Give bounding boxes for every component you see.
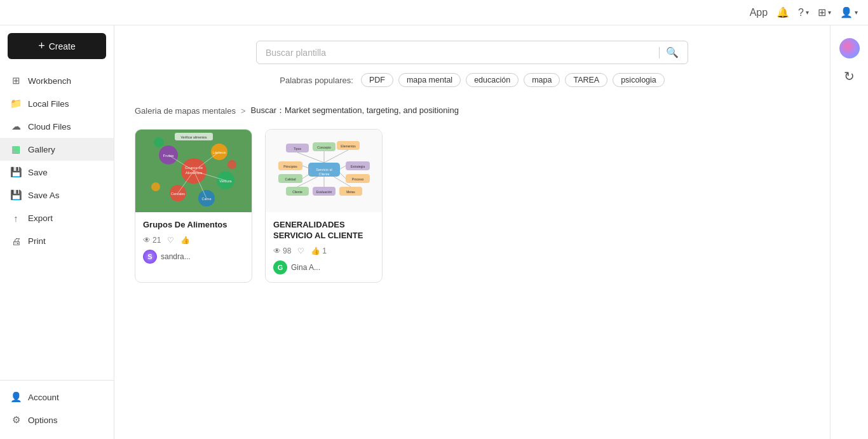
svg-text:Principios: Principios	[283, 165, 297, 168]
topbar-icons: App 🔔 ? ▾ ⊞ ▾ 👤 ▾	[750, 6, 858, 18]
thumbs-count-2: 1	[322, 247, 327, 255]
popular-tags: Palabras populares: PDF mapa mental educ…	[280, 73, 665, 87]
tag-pdf[interactable]: PDF	[361, 73, 393, 87]
search-divider	[659, 47, 660, 58]
sidebar-item-options[interactable]: ⚙ Options	[0, 409, 114, 431]
right-panel: ↻	[830, 25, 868, 439]
tag-mapa-mental[interactable]: mapa mental	[398, 73, 461, 87]
card-2-stats: 👁 98 ♡ 👍 1	[273, 247, 374, 255]
sidebar-item-print[interactable]: 🖨 Print	[0, 229, 114, 252]
svg-text:Grupos de: Grupos de	[184, 166, 203, 170]
svg-line-48	[297, 152, 324, 163]
card-1-views: 👁 21	[143, 236, 161, 245]
user-menu-icon[interactable]: 👤 ▾	[840, 6, 858, 18]
svg-text:Cliente: Cliente	[292, 190, 302, 194]
card-1-thumbs: 👍	[180, 236, 190, 245]
sidebar-item-workbench[interactable]: ⊞ Workbench	[0, 69, 114, 92]
gallery-label: Gallery	[28, 145, 55, 154]
sidebar-item-gallery[interactable]: ▦ Gallery	[0, 138, 114, 161]
heart-icon: ♡	[167, 236, 174, 245]
options-label: Options	[28, 415, 58, 425]
views-count: 21	[153, 236, 161, 245]
breadcrumb: Galeria de mapas mentales > Buscar：Marke…	[135, 105, 810, 116]
create-button[interactable]: + Create	[8, 33, 106, 59]
eye-icon-2: 👁	[273, 247, 281, 255]
grid-icon[interactable]: ⊞ ▾	[818, 6, 831, 18]
gallery-icon: ▦	[10, 144, 22, 155]
search-input[interactable]	[266, 48, 653, 58]
workbench-icon: ⊞	[10, 75, 22, 86]
tag-educacion[interactable]: educación	[466, 73, 519, 87]
export-label: Export	[28, 213, 53, 223]
views-count-2: 98	[283, 247, 291, 255]
sidebar-item-export[interactable]: ↑ Export	[0, 206, 114, 229]
topbar: App 🔔 ? ▾ ⊞ ▾ 👤 ▾	[0, 0, 868, 25]
svg-text:Lácteos: Lácteos	[212, 151, 226, 154]
options-icon: ⚙	[10, 414, 22, 426]
sidebar-item-save[interactable]: 💾 Save	[0, 161, 114, 184]
tag-mapa[interactable]: mapa	[524, 73, 560, 87]
svg-point-20	[151, 182, 160, 191]
card-1-author-name: sandra...	[161, 252, 191, 261]
print-icon: 🖨	[10, 235, 22, 247]
card-2-avatar: G	[273, 260, 287, 274]
card-1-avatar: S	[143, 250, 157, 264]
card-1-stats: 👁 21 ♡ 👍	[143, 236, 244, 245]
local-files-label: Local Files	[28, 99, 69, 109]
breadcrumb-home[interactable]: Galeria de mapas mentales	[135, 106, 236, 116]
gallery-grid: Grupos de Alimentos Frutas Lácteos Verdu…	[135, 129, 810, 283]
svg-line-51	[340, 166, 346, 169]
question-icon[interactable]: ? ▾	[798, 7, 809, 18]
gallery-card-2[interactable]: Servicio al Cliente Concepto Elementos T…	[265, 129, 383, 283]
thumb-icon: 👍	[180, 236, 190, 245]
card-2-title: GENERALIDADES SERVICIO AL CLIENTE	[273, 220, 374, 241]
save-as-label: Save As	[28, 191, 60, 200]
svg-text:Verificar alimentos: Verificar alimentos	[180, 135, 207, 139]
card-1-likes: ♡	[167, 236, 174, 245]
user-avatar[interactable]	[839, 38, 860, 58]
app-button[interactable]: App	[750, 7, 768, 18]
create-label: Create	[49, 41, 76, 51]
card-2-author: G Gina A...	[273, 260, 374, 274]
gallery-card-1[interactable]: Grupos de Alimentos Frutas Lácteos Verdu…	[135, 129, 252, 283]
eye-icon: 👁	[143, 236, 151, 245]
plus-icon: +	[38, 39, 45, 53]
account-label: Account	[28, 393, 59, 402]
svg-text:Metas: Metas	[346, 190, 355, 194]
svg-text:Proceso: Proceso	[351, 177, 363, 181]
search-bar: 🔍	[256, 41, 688, 64]
save-icon: 💾	[10, 166, 22, 178]
svg-text:Tipos: Tipos	[293, 147, 301, 151]
svg-point-19	[227, 160, 236, 169]
svg-point-18	[154, 137, 164, 147]
save-label: Save	[28, 168, 48, 177]
svg-text:Estrategia: Estrategia	[350, 165, 365, 168]
svg-text:Frutas: Frutas	[163, 154, 173, 158]
refresh-icon[interactable]: ↻	[844, 69, 855, 84]
sidebar-item-local-files[interactable]: 📁 Local Files	[0, 92, 114, 115]
svg-text:Servicio al: Servicio al	[316, 168, 332, 172]
card-2-views: 👁 98	[273, 247, 291, 255]
sidebar-item-save-as[interactable]: 💾 Save As	[0, 184, 114, 206]
svg-text:Cereales: Cereales	[170, 192, 184, 196]
search-button[interactable]: 🔍	[666, 46, 679, 58]
tag-psicologia[interactable]: psicologia	[613, 73, 665, 87]
sidebar-item-cloud-files[interactable]: ☁ Cloud Files	[0, 115, 114, 138]
svg-line-47	[324, 150, 348, 163]
svg-text:Concepto: Concepto	[317, 145, 331, 149]
search-area: 🔍 Palabras populares: PDF mapa mental ed…	[135, 41, 810, 87]
tag-tarea[interactable]: TAREA	[565, 73, 607, 87]
content-area: 🔍 Palabras populares: PDF mapa mental ed…	[114, 25, 830, 439]
card-1-body: Grupos De Alimentos 👁 21 ♡ 👍	[135, 212, 252, 271]
svg-text:Elementos: Elementos	[341, 144, 356, 148]
sidebar-item-account[interactable]: 👤 Account	[0, 386, 114, 409]
cloud-files-icon: ☁	[10, 121, 22, 132]
card-1-image: Grupos de Alimentos Frutas Lácteos Verdu…	[135, 130, 252, 212]
bell-icon[interactable]: 🔔	[776, 6, 789, 18]
app-label: App	[750, 7, 768, 18]
workbench-label: Workbench	[28, 76, 71, 86]
print-label: Print	[28, 236, 46, 246]
card-2-thumbs: 👍 1	[311, 247, 327, 255]
card-1-title: Grupos De Alimentos	[143, 220, 244, 231]
breadcrumb-current: Buscar：Market segmentation, targeting, a…	[251, 105, 459, 116]
